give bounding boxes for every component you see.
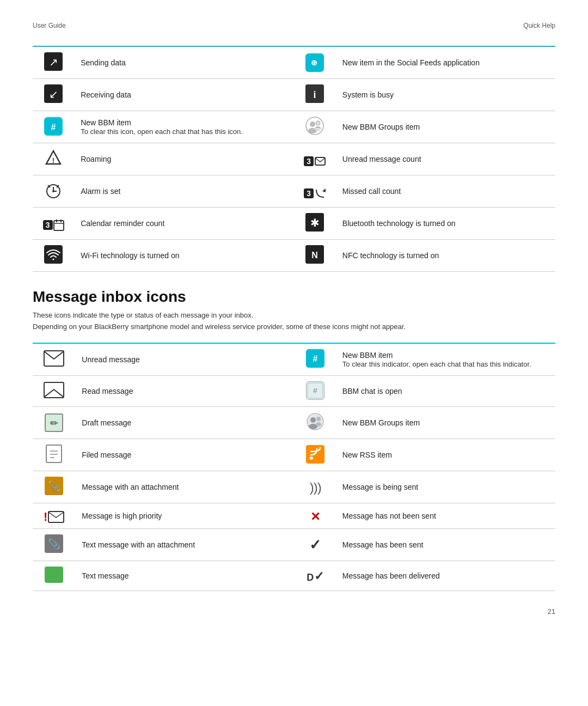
svg-rect-47: [46, 445, 62, 462]
bbm-status-label: New BBM item To clear this icon, open ea…: [74, 111, 293, 143]
text-attachment-label: Text message with an attachment: [75, 529, 295, 561]
svg-point-52: [310, 457, 313, 460]
table-row: ✏ Draft message New BBM Groups item: [33, 407, 555, 439]
alarm-icon: [33, 175, 74, 208]
unread-message-count-label: Unread message count: [336, 143, 555, 175]
svg-point-46: [316, 422, 321, 427]
draft-message-icon: ✏: [33, 407, 75, 439]
svg-text:⊕: ⊕: [311, 58, 317, 67]
attachment-message-label: Message with an attachment: [75, 471, 295, 503]
new-rss-icon: [295, 439, 335, 471]
section-desc-2: Depending on your BlackBerry smartphone …: [33, 322, 555, 331]
table-row: ↗ Sending data ⊕ New item in the Social …: [33, 46, 555, 79]
text-attachment-icon: 📎: [33, 529, 75, 561]
read-message-icon: [33, 376, 75, 407]
high-priority-icon: !: [33, 503, 75, 529]
svg-rect-15: [316, 127, 320, 127]
svg-point-24: [52, 190, 54, 192]
new-bbm-item-icon: #: [295, 343, 335, 376]
bbm-chat-open-label: BBM chat is open: [336, 376, 555, 407]
new-bbm-groups-label: New BBM Groups item: [336, 407, 555, 439]
bluetooth-icon: ✱: [293, 208, 335, 240]
svg-text:#: #: [51, 123, 56, 132]
table-row: Unread message # New BBM item To clear t…: [33, 343, 555, 376]
being-sent-label: Message is being sent: [336, 471, 555, 503]
sent-label: Message has been sent: [336, 529, 555, 561]
svg-point-13: [316, 121, 320, 125]
calendar-reminder-icon: 3: [33, 208, 74, 240]
table-row: Filed message New RSS item: [33, 439, 555, 471]
bbm-chat-open-icon: #: [295, 376, 335, 407]
table-row: Wi-Fi technology is turned on N NFC tech…: [33, 240, 555, 272]
filed-message-icon: [33, 439, 75, 471]
svg-text:✏: ✏: [50, 418, 58, 429]
high-priority-label: Message is high priority: [75, 503, 295, 529]
not-sent-label: Message has not been sent: [336, 503, 555, 529]
sending-data-label: Sending data: [74, 46, 293, 79]
svg-text:#: #: [313, 386, 317, 395]
new-rss-label: New RSS item: [336, 439, 555, 471]
svg-rect-31: [44, 245, 63, 264]
delivered-label: Message has been delivered: [336, 561, 555, 591]
system-busy-icon: i: [293, 79, 335, 111]
inbox-icons-table: Unread message # New BBM item To clear t…: [33, 343, 555, 591]
not-sent-icon: ✕: [295, 503, 335, 529]
svg-point-11: [310, 121, 315, 127]
sent-icon: ✓: [295, 529, 335, 561]
svg-rect-25: [54, 221, 64, 230]
section-desc-1: These icons indicate the type or status …: [33, 311, 555, 319]
page-header: User Guide Quick Help: [33, 22, 555, 29]
missed-call-count-label: Missed call count: [336, 175, 555, 208]
wifi-label: Wi-Fi technology is turned on: [74, 240, 293, 272]
table-row: Read message # BBM chat is open: [33, 376, 555, 407]
system-busy-label: System is busy: [336, 79, 555, 111]
svg-text:i: i: [314, 89, 316, 100]
new-bbm-groups-icon: [295, 407, 335, 439]
svg-text:↗: ↗: [49, 56, 58, 68]
read-message-label: Read message: [75, 376, 295, 407]
draft-message-label: Draft message: [75, 407, 295, 439]
page-number: 21: [33, 607, 555, 616]
nfc-label: NFC technology is turned on: [336, 240, 555, 272]
table-row: ↙ Receiving data i System is busy: [33, 79, 555, 111]
roaming-icon: !: [33, 143, 74, 175]
roaming-label: Roaming: [74, 143, 293, 175]
section-title: Message inbox icons: [33, 288, 555, 306]
svg-point-45: [316, 417, 321, 421]
receiving-data-icon: ↙: [33, 79, 74, 111]
svg-text:#: #: [313, 354, 318, 363]
alarm-label: Alarm is set: [74, 175, 293, 208]
delivered-icon: D ✓: [295, 561, 335, 591]
bbm-groups-status-icon: [293, 111, 335, 143]
nfc-icon: N: [293, 240, 335, 272]
receiving-data-label: Receiving data: [74, 79, 293, 111]
table-row: Text message D ✓ Message has been delive…: [33, 561, 555, 591]
being-sent-icon: ))): [295, 471, 335, 503]
table-row: ! Roaming 3 Unread message count: [33, 143, 555, 175]
table-row: # New BBM item To clear this icon, open …: [33, 111, 555, 143]
table-row: Alarm is set 3 Missed call count: [33, 175, 555, 208]
bbm-groups-status-label: New BBM Groups item: [336, 111, 555, 143]
svg-text:📎: 📎: [48, 480, 60, 492]
text-message-icon: [33, 561, 75, 591]
svg-point-43: [310, 417, 316, 423]
svg-rect-55: [48, 512, 64, 522]
header-right: Quick Help: [523, 22, 555, 29]
svg-text:✱: ✱: [310, 217, 320, 229]
svg-text:N: N: [311, 251, 318, 260]
table-row: ! Message is high priority ✕ Message has…: [33, 503, 555, 529]
table-row: 3 Calendar reminder count ✱: [33, 208, 555, 240]
social-feeds-label: New item in the Social Feeds application: [336, 46, 555, 79]
attachment-message-icon: 📎: [33, 471, 75, 503]
bluetooth-label: Bluetooth technology is turned on: [336, 208, 555, 240]
text-message-label: Text message: [75, 561, 295, 591]
bbm-status-icon: #: [33, 111, 74, 143]
header-left: User Guide: [33, 22, 66, 29]
svg-text:↙: ↙: [49, 88, 58, 100]
table-row: 📎 Message with an attachment ))) Message…: [33, 471, 555, 503]
sending-data-icon: ↗: [33, 46, 74, 79]
new-bbm-item-label: New BBM item To clear this indicator, op…: [336, 343, 555, 376]
filed-message-label: Filed message: [75, 439, 295, 471]
unread-message-label: Unread message: [75, 343, 295, 376]
svg-rect-58: [45, 567, 63, 581]
